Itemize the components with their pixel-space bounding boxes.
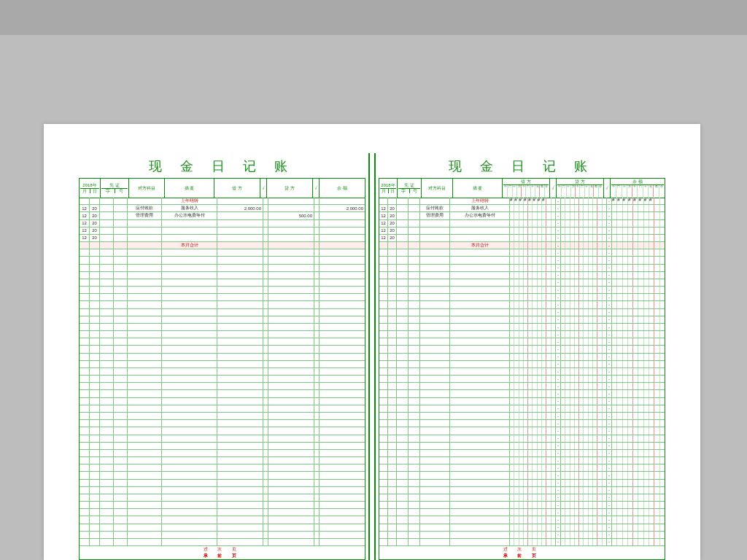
table-row xyxy=(80,309,365,316)
ledger-table: 2018年 月 日 凭 证 字 号 xyxy=(79,178,365,560)
table-row: -- xyxy=(379,464,665,472)
table-row: -- xyxy=(379,346,665,353)
ledger-footer: 过 次 页 承 前 页 xyxy=(379,546,665,559)
table-row: 1220-- xyxy=(379,228,665,235)
table-row xyxy=(80,539,365,546)
table-row: 本月合计 xyxy=(80,242,365,249)
table-row xyxy=(80,398,365,405)
table-row xyxy=(80,287,365,294)
table-row: 1220管理费用办公水电费等付-- xyxy=(379,212,665,219)
table-row: 1220 xyxy=(80,235,365,242)
table-row xyxy=(80,249,365,257)
app-toolbar xyxy=(0,0,747,35)
table-row: -- xyxy=(379,279,665,287)
ledger-spread: 现 金 日 记 账 2018年 月 日 凭 证 xyxy=(79,153,665,560)
table-row: -- xyxy=(379,272,665,279)
table-row xyxy=(80,524,365,532)
table-row xyxy=(80,294,365,301)
table-row: -- xyxy=(379,480,665,487)
table-row xyxy=(80,450,365,457)
table-row xyxy=(80,457,365,464)
table-row: 1220应付账款服务收入-- xyxy=(379,205,665,212)
table-row xyxy=(80,427,365,435)
table-row xyxy=(80,390,365,397)
table-row xyxy=(80,316,365,324)
table-row: 上年结转 xyxy=(80,198,365,205)
table-row xyxy=(80,413,365,420)
table-row: -- xyxy=(379,265,665,272)
table-row xyxy=(80,361,365,368)
table-row xyxy=(80,301,365,308)
table-row: -- xyxy=(379,361,665,368)
ledger-left-page: 现 金 日 记 账 2018年 月 日 凭 证 xyxy=(79,153,365,560)
ledger-title: 现 金 日 记 账 xyxy=(79,153,365,178)
table-row xyxy=(80,265,365,272)
table-row: 1220 xyxy=(80,220,365,228)
ledger-body: 上年结转1220应付账款服务收入2,000.002,000.001220管理费用… xyxy=(80,198,365,546)
table-row xyxy=(80,532,365,539)
table-row xyxy=(80,502,365,509)
table-row: -- xyxy=(379,324,665,331)
table-row xyxy=(80,487,365,494)
table-row: 1220-- xyxy=(379,235,665,242)
table-row: -- xyxy=(379,376,665,383)
table-row: -- xyxy=(379,338,665,346)
ledger-header: 2018年 月 日 凭 证 字 号 xyxy=(80,179,365,198)
ledger-header: 2018年 月 日 凭 证 字 号 xyxy=(379,179,665,198)
table-row xyxy=(80,516,365,524)
table-row: -- xyxy=(379,443,665,450)
table-row xyxy=(80,494,365,502)
table-row: -- xyxy=(379,316,665,324)
table-row: -- xyxy=(379,420,665,427)
table-row: -- xyxy=(379,450,665,457)
table-row xyxy=(80,443,365,450)
table-row: -- xyxy=(379,494,665,502)
table-row: -- xyxy=(379,502,665,509)
table-row: -- xyxy=(379,539,665,546)
ledger-footer: 过 次 页 承 前 页 xyxy=(80,546,365,559)
table-row xyxy=(80,383,365,390)
table-row: -- xyxy=(379,405,665,413)
table-row: 上年结转########--######## xyxy=(379,198,665,205)
table-row: -- xyxy=(379,294,665,301)
table-row: 1220应付账款服务收入2,000.002,000.00 xyxy=(80,205,365,212)
table-row xyxy=(80,272,365,279)
table-row: -- xyxy=(379,383,665,390)
table-row: -- xyxy=(379,249,665,257)
table-row: -- xyxy=(379,532,665,539)
table-row xyxy=(80,324,365,331)
table-row: 1220 xyxy=(80,228,365,235)
table-row: -- xyxy=(379,435,665,443)
table-row: -- xyxy=(379,516,665,524)
table-row: -- xyxy=(379,472,665,479)
table-row xyxy=(80,420,365,427)
table-row: -- xyxy=(379,309,665,316)
table-row xyxy=(80,346,365,353)
table-row xyxy=(80,331,365,338)
table-row: 1220管理费用办公水电费等付500.00 xyxy=(80,212,365,219)
table-row: -- xyxy=(379,331,665,338)
table-row: -- xyxy=(379,427,665,435)
table-row xyxy=(80,279,365,287)
table-row: -- xyxy=(379,287,665,294)
book-spine xyxy=(368,153,376,560)
table-row xyxy=(80,405,365,413)
table-row: -- xyxy=(379,301,665,308)
table-row xyxy=(80,354,365,361)
table-row xyxy=(80,509,365,516)
table-row xyxy=(80,338,365,346)
table-row: -- xyxy=(379,487,665,494)
ledger-right-page: 现 金 日 记 账 2018年 月 日 凭 证 xyxy=(379,153,665,560)
table-row xyxy=(80,435,365,443)
ledger-title: 现 金 日 记 账 xyxy=(379,153,665,178)
table-row xyxy=(80,480,365,487)
table-row: -- xyxy=(379,354,665,361)
viewport: 现 金 日 记 账 2018年 月 日 凭 证 xyxy=(0,0,747,560)
table-row: -- xyxy=(379,398,665,405)
table-row: -- xyxy=(379,390,665,397)
table-row xyxy=(80,376,365,383)
table-row: -- xyxy=(379,368,665,376)
table-row: 1220-- xyxy=(379,220,665,228)
table-row xyxy=(80,464,365,472)
table-row xyxy=(80,368,365,376)
